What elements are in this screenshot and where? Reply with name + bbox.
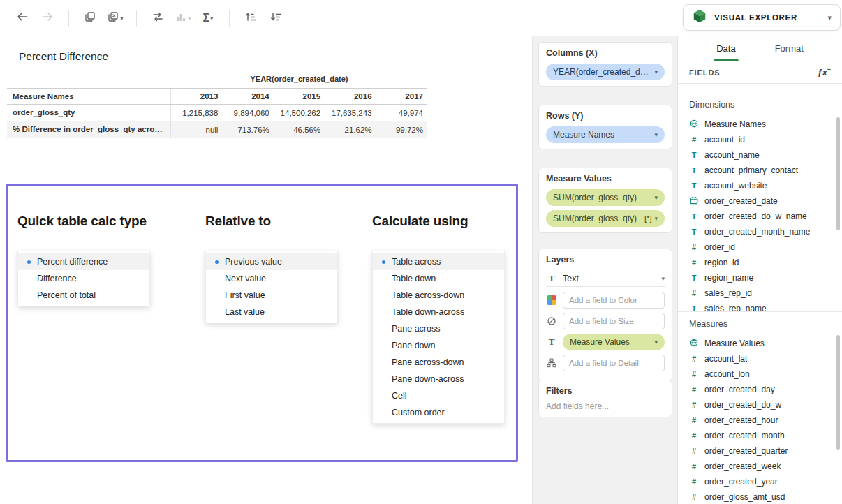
visual-explorer-logo-icon <box>692 8 707 27</box>
calc-option[interactable]: First value <box>206 287 337 304</box>
field-item-measure[interactable]: #order_gloss_amt_usd <box>678 489 842 504</box>
field-item-measure[interactable]: #order_created_year <box>678 474 842 489</box>
field-item-measure[interactable]: #account_lat <box>678 351 842 366</box>
number-icon: # <box>689 400 699 410</box>
field-label: order_created_date <box>704 196 778 206</box>
column-header: 2015 <box>274 92 325 101</box>
field-item-dimension[interactable]: Measure Names <box>678 117 842 132</box>
calc-option[interactable]: Custom order <box>373 404 504 421</box>
back-button[interactable] <box>11 6 34 30</box>
visual-explorer-switcher[interactable]: VISUAL EXPLORER ▾ <box>683 4 841 31</box>
field-item-measure[interactable]: #order_created_month <box>678 428 842 443</box>
field-item-measure[interactable]: Measure Values <box>678 336 842 351</box>
sort-ascending-button[interactable] <box>239 6 262 30</box>
detail-field-input[interactable] <box>563 355 665 371</box>
field-item-dimension[interactable]: Torder_created_do_w_name <box>678 209 842 224</box>
field-label: account_id <box>704 135 745 144</box>
tab-format[interactable]: Format <box>774 36 805 61</box>
number-icon: # <box>689 354 699 364</box>
size-icon <box>546 316 557 326</box>
field-label: order_created_do_w_name <box>704 212 807 221</box>
field-item-dimension[interactable]: #order_id <box>678 239 842 255</box>
calc-group-title: Calculate using <box>372 214 509 229</box>
field-item-measure[interactable]: #order_created_day <box>678 382 842 397</box>
field-item-dimension[interactable]: Taccount_website <box>678 178 842 193</box>
calc-option[interactable]: Next value <box>206 270 337 287</box>
filters-drop-area[interactable]: Add fields here... <box>546 401 665 411</box>
field-item-dimension[interactable]: Taccount_name <box>678 147 842 163</box>
text-icon: T <box>689 212 699 221</box>
columns-shelf-title: Columns (X) <box>546 48 665 58</box>
text-encoding-pill[interactable]: Measure Values ▾ <box>563 334 665 350</box>
chevron-down-icon: ▾ <box>188 15 191 22</box>
calc-option[interactable]: Previous value <box>206 253 337 270</box>
calc-options-menu: Percent differenceDifferencePercent of t… <box>17 251 150 306</box>
field-item-dimension[interactable]: Taccount_primary_contact <box>678 163 842 178</box>
field-item-dimension[interactable]: #sales_rep_id <box>678 286 842 301</box>
filters-shelf: Filters Add fields here... <box>538 380 672 417</box>
calc-option[interactable]: Table down-across <box>373 304 504 320</box>
field-label: region_id <box>704 258 739 267</box>
calc-option[interactable]: Cell <box>373 387 504 404</box>
measure-values-shelf: Measure Values SUM(order_gloss_qty) ▾ SU… <box>538 168 672 233</box>
calc-option[interactable]: Table across-down <box>373 287 504 304</box>
sort-descending-button[interactable] <box>265 6 287 30</box>
field-item-measure[interactable]: #order_created_week <box>678 459 842 474</box>
field-item-dimension[interactable]: order_created_date <box>678 193 842 209</box>
dimensions-scrollbar[interactable] <box>836 117 840 230</box>
calc-option[interactable]: Pane across <box>373 320 504 337</box>
field-item-dimension[interactable]: Tregion_name <box>678 270 842 286</box>
color-field-input[interactable] <box>563 292 665 309</box>
field-item-dimension[interactable]: Torder_created_month_name <box>678 224 842 239</box>
field-item-measure[interactable]: #order_created_hour <box>678 413 842 428</box>
calc-options-menu: Table acrossTable downTable across-downT… <box>372 251 505 424</box>
calc-option[interactable]: Table down <box>373 270 504 287</box>
chart-type-button[interactable]: ▾ <box>172 6 194 30</box>
detail-encoding-row <box>546 355 665 371</box>
measure-pill[interactable]: SUM(order_gloss_qty) ▾ <box>546 189 665 206</box>
table-calc-menu-panel: Quick table calc typePercent differenceD… <box>6 184 518 462</box>
calc-option[interactable]: Pane down <box>373 337 504 354</box>
field-item-measure[interactable]: #order_created_do_w <box>678 397 842 413</box>
formula-field-icon[interactable]: ƒx+ <box>818 66 831 77</box>
field-item-measure[interactable]: #order_created_quarter <box>678 443 842 459</box>
aggregate-button[interactable]: Σ ▾ <box>197 6 219 30</box>
remove-duplicate-button[interactable]: ▾ <box>104 6 126 30</box>
measures-scrollbar[interactable] <box>836 335 840 450</box>
number-icon: # <box>689 431 699 440</box>
field-label: Measure Names <box>704 119 766 129</box>
back-arrow-icon <box>16 10 29 26</box>
calc-option[interactable]: Pane across-down <box>373 354 504 371</box>
text-icon: T <box>689 181 699 191</box>
layer-type-select[interactable]: T Text ▾ <box>546 270 665 287</box>
duplicate-button[interactable] <box>79 6 101 30</box>
fields-header: FIELDS ƒx+ <box>678 61 842 84</box>
calc-option[interactable]: Difference <box>18 270 149 287</box>
forward-button[interactable] <box>36 6 59 30</box>
calc-option[interactable]: Percent of total <box>18 287 149 304</box>
size-field-input[interactable] <box>563 313 665 329</box>
calc-option[interactable]: Table across <box>373 253 504 270</box>
pill-tag: [*] <box>644 214 651 223</box>
field-item-measure[interactable]: #account_lon <box>678 366 842 382</box>
chevron-down-icon: ▾ <box>654 339 658 346</box>
measure-names-icon <box>689 119 699 130</box>
number-icon: # <box>689 385 699 394</box>
calc-option[interactable]: Pane down-across <box>373 371 504 387</box>
table-cell: null <box>171 126 222 134</box>
table-header-row: Measure Names 20132014201520162017 <box>7 88 427 105</box>
field-item-dimension[interactable]: Tsales_rep_name <box>678 301 842 312</box>
chevron-down-icon: ▾ <box>654 68 658 75</box>
measures-section: Measures Measure Values#account_lat#acco… <box>678 312 842 504</box>
columns-pill[interactable]: YEAR(order_created_date) ▾ <box>546 64 665 80</box>
field-item-dimension[interactable]: #region_id <box>678 255 842 270</box>
calc-option[interactable]: Last value <box>206 304 337 320</box>
calc-option[interactable]: Percent difference <box>18 253 149 270</box>
table-cell: 21.62% <box>325 126 376 134</box>
measure-pill[interactable]: SUM(order_gloss_qty) [*] ▾ <box>546 210 665 227</box>
rows-pill[interactable]: Measure Names ▾ <box>546 126 665 143</box>
table-cell: 713.76% <box>222 126 273 134</box>
tab-data[interactable]: Data <box>715 36 737 61</box>
swap-axes-button[interactable] <box>147 6 169 30</box>
field-item-dimension[interactable]: #account_id <box>678 132 842 147</box>
